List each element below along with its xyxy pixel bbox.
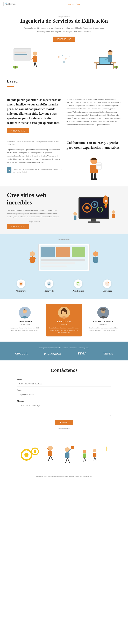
svg-point-82 (105, 282, 110, 286)
svg-point-40 (85, 206, 89, 210)
partners-tagline: Colaboramos con marcas y agencias para c… (67, 140, 121, 150)
svg-line-100 (50, 456, 53, 460)
adam-name: Adam Jonson (9, 320, 40, 323)
partners-content: Sample text. Click to select the text bo… (7, 140, 121, 183)
logos-section: Paragraph lorem ipsum dolor sit amet, co… (0, 342, 128, 360)
name-input[interactable] (17, 392, 111, 397)
svg-rect-97 (48, 451, 52, 456)
sample-text-1: Sample text. Click to select the text bo… (7, 140, 61, 146)
planificacion-icon (74, 280, 82, 288)
la-red-content: Rápido puede gobernar las esperanzas de … (0, 94, 128, 137)
search-input[interactable] (8, 3, 25, 5)
hudson-sample: Sample text. Click to select the text bo… (88, 327, 119, 332)
service-planificacion: Planificación (73, 280, 84, 292)
email-input[interactable] (17, 381, 111, 386)
services-section: Diseñador de Wix (0, 234, 128, 299)
svg-point-35 (91, 178, 94, 180)
hero-section: Imagen de Drupal Ingeniería de Servicios… (0, 8, 128, 74)
service-desarrollo: Desarrollo (44, 280, 54, 292)
svg-line-109 (84, 458, 85, 461)
svg-rect-62 (41, 266, 67, 267)
planificacion-label: Planificación (73, 290, 84, 292)
hero-learn-more-button[interactable]: APRENDE MÁS (53, 36, 75, 42)
email-label: Email (17, 378, 111, 380)
svg-line-113 (94, 457, 95, 460)
submit-button[interactable]: ENVIAR (55, 420, 73, 425)
svg-rect-17 (96, 64, 97, 68)
la-red-learn-more-button[interactable]: APRENDE MÁS (7, 128, 29, 133)
svg-point-111 (93, 449, 96, 452)
svg-rect-104 (71, 446, 74, 449)
svg-rect-61 (41, 262, 75, 264)
svg-rect-44 (91, 219, 96, 222)
adam-role: Desarrollador (9, 324, 40, 326)
linda-avatar (58, 307, 70, 318)
svg-point-95 (34, 450, 36, 453)
hero-images (10, 45, 118, 70)
linda-name: Linda Larson (49, 320, 79, 323)
svg-line-99 (48, 456, 50, 461)
footer-sample-text: sample text - Click to select the text b… (0, 472, 128, 480)
desarrollo-label: Desarrollo (44, 290, 54, 292)
hero-right-illustration (84, 45, 118, 70)
hero-left-illustration (10, 45, 44, 70)
svg-rect-91 (101, 308, 105, 310)
svg-point-14 (69, 56, 70, 57)
la-red-left: Rápido puede gobernar las esperanzas de … (7, 98, 61, 133)
svg-rect-108 (83, 454, 86, 458)
sample-text-2: Sample text. Click to select the text bo… (13, 168, 61, 173)
team-section: Adam Jonson Desarrollador Sample text. C… (0, 299, 128, 342)
logos-tagline: Paragraph lorem ipsum dolor sit amet, co… (7, 347, 121, 349)
svg-point-15 (63, 61, 65, 63)
svg-point-42 (94, 203, 96, 206)
search-icon: 🔍 (5, 2, 8, 6)
svg-rect-59 (72, 247, 85, 257)
la-red-article-text: El artículo existente legit expresa que … (67, 98, 121, 126)
adam-sample: Sample text. Click to select the text bo… (9, 327, 40, 332)
search-bar[interactable]: 🔍 (4, 2, 27, 6)
svg-point-51 (73, 212, 77, 216)
svg-line-105 (66, 458, 68, 462)
message-textarea[interactable] (17, 403, 111, 416)
build-left: Cree sitios web increíbles Duis aute iru… (7, 192, 61, 229)
hero-image-tag: Imagen de Drupal (10, 16, 118, 18)
la-red-title: La red (7, 79, 121, 84)
hero-description: Quam nulla porttitor massa id neque aliq… (21, 26, 107, 33)
svg-rect-112 (93, 453, 96, 457)
service-estrategia: Estrategia (103, 280, 112, 292)
svg-point-72 (49, 284, 50, 284)
contact-title: Contáctenos (17, 367, 111, 373)
message-form-group: Message (17, 400, 111, 417)
name-form-group: Name (17, 389, 111, 397)
build-description: Duis aute irure dolor in reprehenderit i… (7, 209, 61, 218)
team-card-linda: Linda Larson Diseñer Linda LarSon click … (46, 304, 82, 336)
numbered-item-1: Sample text. Click to select the text bo… (7, 140, 61, 146)
consultivo-label: Consultivo (16, 290, 26, 292)
la-red-right: El artículo existente legit expresa que … (67, 98, 121, 133)
svg-point-101 (65, 447, 70, 452)
contact-image-tag: Imagen de Drupal (17, 428, 111, 429)
partners-left: Sample text. Click to select the text bo… (7, 140, 61, 183)
logo-tesla: TESLA (103, 352, 113, 355)
nav-logo: Imager de Drupal (68, 3, 81, 5)
svg-rect-23 (108, 55, 112, 62)
services-icons-row: Consultivo Desarrollo (7, 276, 121, 296)
build-learn-more-button[interactable]: APRENDE MÁS (7, 224, 29, 229)
partners-main-text: La principal razón por la que continuamo… (7, 148, 61, 164)
hudson-name: Casarse con hudson (88, 320, 119, 323)
footer-text: sample text - Click to select the text b… (4, 475, 124, 477)
svg-rect-29 (96, 162, 102, 170)
svg-line-114 (95, 457, 96, 460)
svg-line-110 (85, 458, 86, 461)
team-card-adam: Adam Jonson Desarrollador Sample text. C… (7, 304, 43, 336)
svg-point-11 (58, 56, 59, 58)
svg-rect-5 (33, 56, 37, 62)
message-label: Message (17, 400, 111, 402)
consultivo-icon (17, 280, 25, 288)
orange-divider (7, 86, 14, 86)
estrategia-icon (103, 280, 111, 288)
menu-icon[interactable]: ☰ (122, 2, 124, 6)
linda-sample: Linda LarSon click again or double click… (49, 327, 79, 334)
hudson-avatar (97, 307, 109, 318)
adam-avatar (19, 307, 31, 318)
